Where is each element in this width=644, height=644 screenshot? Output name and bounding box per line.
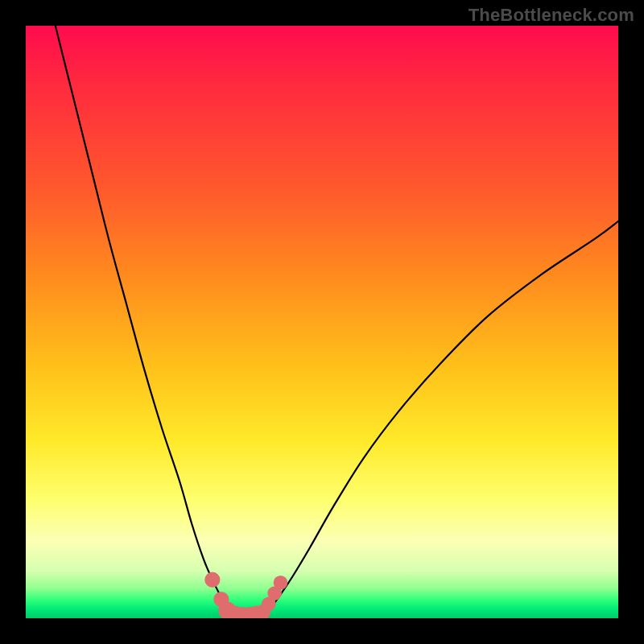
right-branch-curve bbox=[262, 221, 618, 613]
data-marker bbox=[204, 572, 220, 588]
marker-layer bbox=[204, 572, 287, 618]
data-marker bbox=[274, 576, 288, 590]
chart-svg bbox=[26, 26, 618, 618]
plot-area bbox=[26, 26, 618, 618]
left-branch-curve bbox=[56, 26, 233, 613]
frame: TheBottleneck.com bbox=[0, 0, 644, 644]
watermark-text: TheBottleneck.com bbox=[469, 5, 634, 26]
